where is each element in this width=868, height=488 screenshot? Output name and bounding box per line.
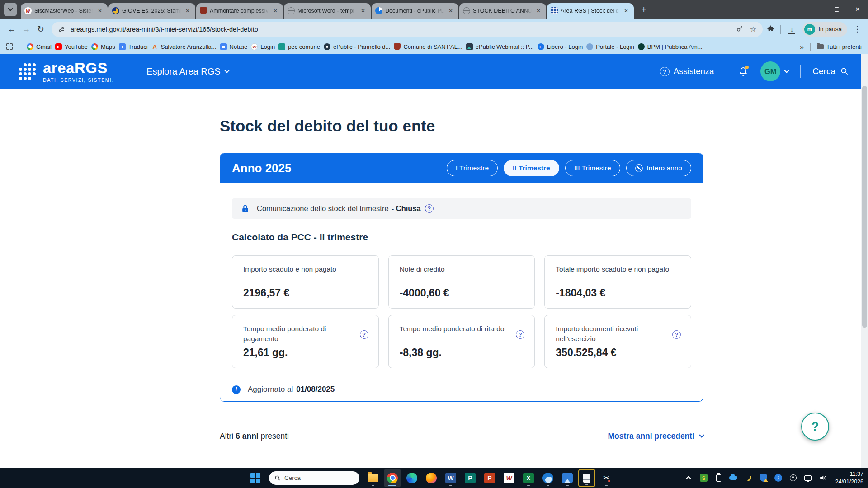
forward-button[interactable]: → xyxy=(19,22,33,37)
taskbar-photos[interactable] xyxy=(559,469,576,487)
close-window-button[interactable]: ✕ xyxy=(847,0,868,19)
page-content: Stock del debito del tuo ente Anno 2025 … xyxy=(0,89,868,468)
bookmark-libero[interactable]: LLibero - Login xyxy=(538,43,583,50)
reload-button[interactable]: ↻ xyxy=(33,22,48,37)
taskbar-word[interactable]: W xyxy=(442,469,459,487)
help-icon[interactable]: ? xyxy=(425,204,434,213)
taskbar-file-explorer[interactable] xyxy=(364,469,382,487)
bookmark-youtube[interactable]: YouTube xyxy=(55,43,88,50)
banana-tray-icon[interactable] xyxy=(744,474,753,483)
browser-tab[interactable]: Ammontare complessivo dei de ✕ xyxy=(196,3,283,19)
site-search-button[interactable]: Cerca xyxy=(812,66,849,76)
chevron-down-icon xyxy=(8,6,13,11)
rgs-logo[interactable]: areaRGS DATI, SERVIZI, SISTEMI. xyxy=(43,61,114,83)
bookmark-maps[interactable]: Maps xyxy=(91,43,115,50)
metric-value: -4000,60 € xyxy=(400,287,524,299)
bluetooth-tray-icon[interactable]: ᛒ xyxy=(774,474,783,483)
volume-tray-icon[interactable] xyxy=(818,474,827,483)
minimize-button[interactable] xyxy=(806,0,826,19)
close-icon[interactable]: ✕ xyxy=(96,7,104,15)
tab-trimestre-2-active[interactable]: II Trimestre xyxy=(504,160,559,176)
tab-search-button[interactable] xyxy=(4,3,17,16)
back-button[interactable]: ← xyxy=(5,22,19,37)
profile-chip[interactable]: m In pausa xyxy=(802,22,847,37)
downloads-icon[interactable]: ↓ xyxy=(786,25,797,33)
bookmark-aranzulla[interactable]: ASalvatore Aranzulla... xyxy=(151,43,217,50)
browser-menu-icon[interactable]: ⋮ xyxy=(853,24,862,34)
taskbar-search[interactable]: Cerca xyxy=(269,471,359,485)
browser-tab-active[interactable]: Area RGS | Stock del debito ✕ xyxy=(547,3,634,19)
tab-trimestre-3[interactable]: III Trimestre xyxy=(565,160,620,176)
bookmark-comune[interactable]: Comune di SANT'AL... xyxy=(394,43,462,50)
close-icon[interactable]: ✕ xyxy=(622,7,630,15)
taskbar-clock[interactable]: 11:37 24/01/2026 xyxy=(835,470,863,485)
browser-tab[interactable]: Documenti - ePublic PDC ✕ xyxy=(372,3,458,19)
browser-tab[interactable]: STOCK DEBITO ANNO 2024 - D ✕ xyxy=(459,3,546,19)
explore-menu[interactable]: Esplora Area RGS xyxy=(146,66,228,77)
bookmark-pec-comune[interactable]: pec comune xyxy=(278,43,320,50)
user-menu[interactable]: GM xyxy=(760,61,788,81)
tray-expand-button[interactable] xyxy=(684,474,693,483)
onedrive-tray-icon[interactable] xyxy=(729,474,738,483)
address-bar[interactable]: area.rgs.mef.gov.it/area-mini/3/i-miei-s… xyxy=(52,22,763,37)
site-settings-icon[interactable] xyxy=(58,26,65,33)
browser-tab[interactable]: W SiscMasterWeb - Sistema Infor ✕ xyxy=(21,3,108,19)
others-prefix: Altri xyxy=(220,432,233,441)
password-key-icon[interactable] xyxy=(736,25,744,33)
taskbar-powerpoint[interactable]: P xyxy=(481,469,498,487)
communication-status-bar: Comunicazione dello stock del trimestre … xyxy=(232,198,691,219)
all-bookmarks-button[interactable]: Tutti i preferiti xyxy=(817,43,862,50)
close-icon[interactable]: ✕ xyxy=(447,7,455,15)
browser-tab[interactable]: Microsoft Word - tempi medi p ✕ xyxy=(284,3,371,19)
new-tab-button[interactable]: + xyxy=(637,3,650,16)
page-scrollbar[interactable] xyxy=(861,54,868,468)
taskbar-snipping-tool[interactable]: ✂ xyxy=(598,469,615,487)
taskbar-edge[interactable] xyxy=(403,469,420,487)
bookmark-gmail[interactable]: Gmail xyxy=(27,43,52,50)
assistance-link[interactable]: ? Assistenza xyxy=(660,66,714,76)
close-icon[interactable]: ✕ xyxy=(271,7,279,15)
usb-tray-icon[interactable] xyxy=(714,474,723,483)
bookmark-webmail[interactable]: ePublic Webmail :: P... xyxy=(466,43,534,50)
maximize-button[interactable] xyxy=(826,0,847,19)
tab-intero-anno[interactable]: Intero anno xyxy=(626,160,691,176)
accessibility-tray-icon[interactable] xyxy=(788,474,797,483)
show-previous-years-link[interactable]: Mostra anni precedenti xyxy=(608,432,703,441)
browser-tab[interactable]: GIOVE Es. 2025: Stampa Quadri ✕ xyxy=(108,3,195,19)
bookmark-traduci[interactable]: TTraduci xyxy=(119,43,148,50)
taskbar-excel[interactable]: X xyxy=(520,469,537,487)
apps-grid-icon[interactable] xyxy=(6,43,14,51)
taskbar-publisher[interactable]: P xyxy=(462,469,479,487)
tab-title: Ammontare complessivo dei de xyxy=(210,8,269,14)
year-label: Anno 2025 xyxy=(232,161,292,175)
display-tray-icon[interactable] xyxy=(803,474,812,483)
close-icon[interactable]: ✕ xyxy=(534,7,542,15)
close-icon[interactable]: ✕ xyxy=(359,7,367,15)
taskbar-chrome[interactable] xyxy=(384,469,401,487)
bookmark-notizie[interactable]: Notizie xyxy=(220,43,248,50)
security-tray-icon[interactable] xyxy=(759,474,768,483)
clock-time: 11:37 xyxy=(835,470,863,478)
scrollbar-thumb[interactable] xyxy=(862,86,867,328)
bookmark-portale[interactable]: Portale - Login xyxy=(586,43,634,50)
help-icon[interactable]: ? xyxy=(672,330,681,339)
supremo-tray-icon[interactable]: S xyxy=(699,474,708,483)
bookmark-bpm[interactable]: BPM | Pubblica Am... xyxy=(638,43,703,50)
close-icon[interactable]: ✕ xyxy=(184,7,192,15)
help-fab-button[interactable]: ? xyxy=(801,413,829,441)
taskbar-thunderbird[interactable] xyxy=(539,469,557,487)
extensions-icon[interactable] xyxy=(766,25,775,33)
taskbar-siscmasterweb[interactable]: W xyxy=(500,469,518,487)
tab-trimestre-1[interactable]: I Trimestre xyxy=(447,160,498,176)
start-button[interactable] xyxy=(247,469,264,487)
bookmark-star-icon[interactable]: ☆ xyxy=(750,25,756,33)
bookmark-login[interactable]: WLogin xyxy=(251,43,275,50)
url-text[interactable]: area.rgs.mef.gov.it/area-mini/3/i-miei-s… xyxy=(71,26,730,33)
help-icon[interactable]: ? xyxy=(516,330,524,339)
taskbar-notes[interactable] xyxy=(578,469,595,487)
bookmarks-overflow-icon[interactable]: » xyxy=(800,43,803,51)
taskbar-firefox[interactable] xyxy=(423,469,440,487)
notifications-button[interactable] xyxy=(738,66,749,77)
help-icon[interactable]: ? xyxy=(360,330,368,339)
bookmark-epublic-pannello[interactable]: ePublic - Pannello d... xyxy=(324,43,390,50)
